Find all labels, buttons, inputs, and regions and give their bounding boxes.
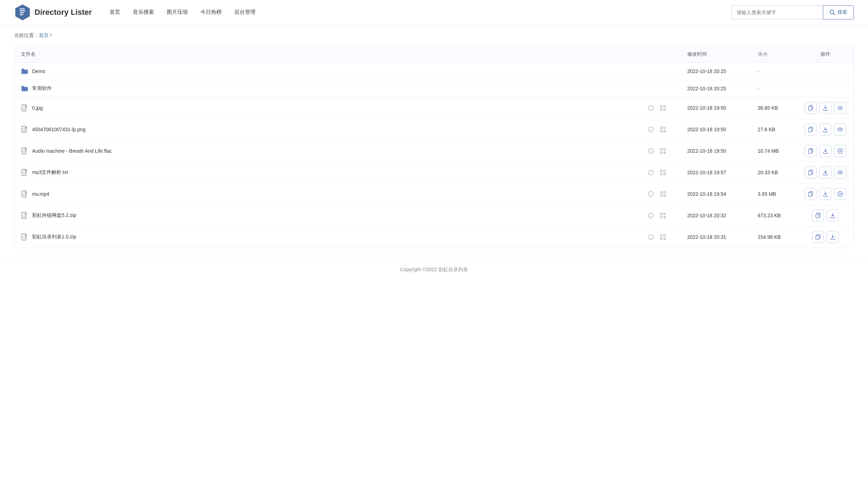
qr-icon[interactable] xyxy=(658,189,667,199)
svg-text:i: i xyxy=(651,149,652,153)
svg-rect-108 xyxy=(23,236,25,237)
preview-button[interactable] xyxy=(834,166,846,178)
file-ops xyxy=(797,80,854,97)
table-row: 常用软件2022-10-18 20:25- xyxy=(14,80,854,97)
download-button[interactable] xyxy=(827,209,839,221)
qr-icon[interactable] xyxy=(658,232,667,242)
table-header-row: 文件名 修改时间 大小 操作 xyxy=(14,46,854,63)
file-name-cell-6: mv.mp4i xyxy=(14,183,681,205)
file-ops xyxy=(797,119,854,140)
file-icon xyxy=(21,233,29,241)
breadcrumb-separator: / xyxy=(50,32,51,38)
file-name-text: mp3文件解析.txt xyxy=(32,169,646,176)
file-name-cell-4: Audio machine - Breath And Life.flaci xyxy=(14,140,681,162)
file-name-text: Audio machine - Breath And Life.flac xyxy=(32,148,646,154)
nav-item-admin[interactable]: 后台管理 xyxy=(234,9,256,16)
file-ops xyxy=(797,183,854,205)
info-icon[interactable]: i xyxy=(646,232,655,242)
svg-rect-8 xyxy=(23,107,25,108)
file-table-container: 文件名 修改时间 大小 操作 Demo2022-10-18 20:25- 常用软… xyxy=(14,46,854,248)
download-button[interactable] xyxy=(827,231,839,243)
download-button[interactable] xyxy=(819,188,831,200)
file-size: 27.6 KB xyxy=(751,119,797,140)
file-name-text: Demo xyxy=(32,68,675,74)
download-button[interactable] xyxy=(819,166,831,178)
breadcrumb-home[interactable]: 首页 xyxy=(39,32,49,38)
table-row: mv.mp4i 2022-10-18 19:543.93 MB xyxy=(14,183,854,205)
search-input[interactable] xyxy=(731,5,823,19)
play-button[interactable] xyxy=(834,188,846,200)
file-name-text: 彩虹目录列表1.0.zip xyxy=(32,234,646,240)
svg-point-74 xyxy=(839,172,841,173)
svg-rect-61 xyxy=(23,174,25,174)
file-size: - xyxy=(751,63,797,80)
svg-point-40 xyxy=(839,129,841,130)
preview-button[interactable] xyxy=(834,102,846,114)
info-icon[interactable]: i xyxy=(646,146,655,156)
file-size: 10.74 MB xyxy=(751,140,797,162)
svg-rect-55 xyxy=(808,150,812,153)
search-button[interactable]: 搜索 xyxy=(823,5,854,19)
qr-icon[interactable] xyxy=(658,146,667,156)
file-time: 2022-10-18 20:25 xyxy=(681,80,751,97)
file-name-text: mv.mp4 xyxy=(32,191,646,197)
nav-item-image[interactable]: 图片压缩 xyxy=(167,9,188,16)
file-time: 2022-10-18 20:31 xyxy=(681,226,751,248)
svg-rect-15 xyxy=(660,109,662,110)
svg-rect-32 xyxy=(660,130,662,132)
nav-item-hot[interactable]: 今日热榜 xyxy=(201,9,222,16)
svg-rect-25 xyxy=(23,129,25,129)
download-button[interactable] xyxy=(819,102,831,114)
svg-rect-33 xyxy=(664,130,665,131)
breadcrumb: 当前位置：首页 / xyxy=(0,25,868,42)
info-icon[interactable]: i xyxy=(646,168,655,177)
col-header-ops: 操作 xyxy=(797,46,854,63)
svg-rect-69 xyxy=(664,175,665,176)
svg-rect-17 xyxy=(665,109,666,110)
svg-rect-115 xyxy=(660,238,662,239)
qr-icon[interactable] xyxy=(658,211,667,220)
svg-text:i: i xyxy=(651,171,652,175)
logo[interactable]: Directory Lister xyxy=(14,4,92,21)
svg-rect-42 xyxy=(23,150,25,151)
nav-item-home[interactable]: 首页 xyxy=(110,9,120,16)
col-header-size: 大小 xyxy=(751,46,797,63)
svg-text:i: i xyxy=(651,235,652,239)
play-button[interactable] xyxy=(834,145,846,157)
file-time: 2022-10-18 19:54 xyxy=(681,183,751,205)
svg-rect-114 xyxy=(664,235,665,236)
header: Directory Lister 首页 音乐搜索 图片压缩 今日热榜 后台管理 … xyxy=(0,0,868,25)
info-icon[interactable]: i xyxy=(646,189,655,199)
file-icon xyxy=(21,212,29,219)
qr-icon[interactable] xyxy=(658,125,667,134)
svg-text:i: i xyxy=(651,106,652,110)
file-icon xyxy=(21,190,29,198)
copy-button[interactable] xyxy=(805,145,817,157)
info-icon[interactable]: i xyxy=(646,103,655,113)
download-button[interactable] xyxy=(819,145,831,157)
info-icon[interactable]: i xyxy=(646,125,655,134)
svg-rect-47 xyxy=(660,148,662,150)
search-label: 搜索 xyxy=(837,9,847,16)
copy-button[interactable] xyxy=(812,231,824,243)
preview-button[interactable] xyxy=(834,123,846,135)
copy-button[interactable] xyxy=(805,102,817,114)
nav-item-music[interactable]: 音乐搜索 xyxy=(133,9,154,16)
svg-rect-14 xyxy=(664,105,665,107)
file-size: 3.93 MB xyxy=(751,183,797,205)
download-button[interactable] xyxy=(819,123,831,135)
svg-point-23 xyxy=(839,107,841,109)
svg-rect-84 xyxy=(664,195,665,196)
copy-button[interactable] xyxy=(805,166,817,178)
copy-button[interactable] xyxy=(805,123,817,135)
svg-rect-102 xyxy=(665,216,666,217)
copy-button[interactable] xyxy=(812,209,824,221)
qr-icon[interactable] xyxy=(658,168,667,177)
svg-rect-81 xyxy=(660,192,662,193)
copy-button[interactable] xyxy=(805,188,817,200)
info-icon[interactable]: i xyxy=(646,211,655,220)
svg-marker-57 xyxy=(839,150,842,152)
svg-rect-87 xyxy=(665,196,666,197)
svg-rect-89 xyxy=(808,193,812,196)
qr-icon[interactable] xyxy=(658,103,667,113)
